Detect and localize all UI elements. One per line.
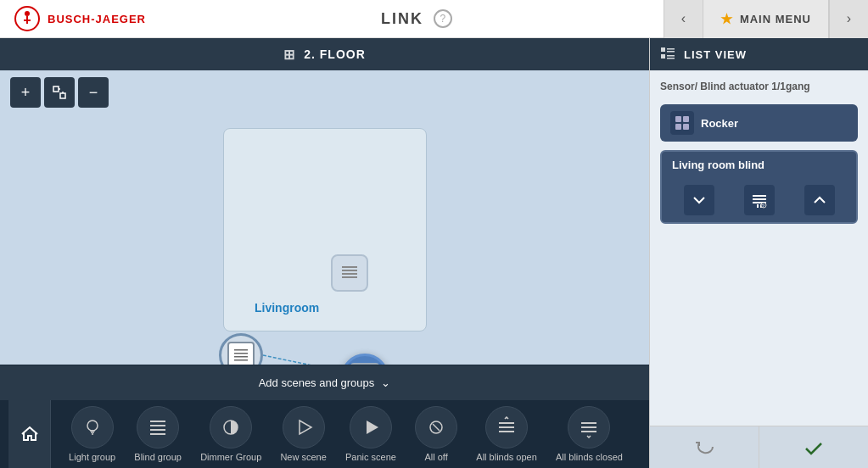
main-menu-label: MAIN MENU — [740, 13, 811, 25]
blind-group-node[interactable] — [219, 333, 263, 365]
svg-rect-16 — [234, 359, 248, 361]
list-view-icon — [660, 46, 675, 64]
svg-rect-4 — [53, 86, 59, 92]
blind-card-controls: ? — [662, 178, 856, 222]
blind-inner — [227, 342, 255, 365]
scene-item-light-group[interactable]: Light group — [69, 406, 115, 462]
svg-point-1 — [25, 11, 30, 16]
rocker-card-icon — [670, 111, 694, 135]
cancel-button[interactable] — [650, 426, 759, 468]
zoom-in-button[interactable]: + — [10, 77, 41, 108]
logo-text: BUSCH-JAEGER — [48, 13, 146, 25]
add-scenes-label: Add scenes and groups — [259, 376, 375, 389]
rocker-top-node[interactable] — [331, 254, 368, 292]
canvas-controls: + − — [0, 70, 649, 114]
svg-rect-45 — [675, 124, 681, 130]
floor-title: 2. FLOOR — [304, 47, 366, 61]
svg-rect-44 — [683, 116, 689, 122]
svg-rect-50 — [757, 204, 759, 208]
scene-item-all-off[interactable]: All off — [415, 406, 457, 462]
blind-group-label: Blind group — [134, 452, 182, 462]
svg-rect-39 — [667, 51, 675, 53]
floor-icon: ⊞ — [283, 47, 295, 63]
all-blinds-open-label: All blinds open — [476, 452, 537, 462]
logo-area: BUSCH-JAEGER — [0, 5, 170, 32]
svg-rect-24 — [150, 429, 165, 431]
dimmer-icon — [220, 416, 242, 438]
rocker-card-name: Rocker — [701, 117, 738, 130]
blinds-closed-svg-icon — [578, 416, 600, 438]
rocker-device-card[interactable]: Rocker — [660, 104, 858, 142]
add-scenes-bar: Add scenes and groups ⌄ — [0, 365, 649, 400]
svg-rect-38 — [667, 48, 675, 50]
list-icon — [660, 46, 675, 61]
add-scenes-button[interactable]: Add scenes and groups ⌄ — [259, 376, 391, 389]
svg-rect-32 — [499, 426, 514, 428]
list-view-label: LIST VIEW — [684, 48, 747, 61]
blind-up-button[interactable] — [804, 185, 835, 215]
floor-diagram — [223, 128, 427, 332]
home-button[interactable] — [8, 400, 51, 468]
blind-group-svg-icon — [147, 416, 169, 438]
dimmer-group-icon — [210, 406, 252, 448]
blind-group-icon — [137, 406, 179, 448]
scene-item-blind-group[interactable]: Blind group — [134, 406, 182, 462]
svg-rect-23 — [150, 425, 165, 426]
help-button[interactable]: ? — [434, 9, 452, 28]
lightbulb-icon — [81, 416, 104, 438]
right-panel: LIST VIEW Sensor/ Blind actuator 1/1gang… — [649, 38, 868, 468]
star-icon: ★ — [720, 11, 733, 27]
chevron-down-icon — [691, 192, 708, 209]
all-blinds-closed-label: All blinds closed — [556, 452, 623, 462]
new-scene-icon — [283, 406, 325, 448]
rocker-main-node[interactable] — [341, 354, 389, 365]
blind-device-card: Living room blind — [660, 150, 858, 224]
svg-rect-34 — [581, 422, 596, 424]
scene-item-dimmer-group[interactable]: Dimmer Group — [200, 406, 261, 462]
home-icon — [20, 424, 40, 444]
blind-down-button[interactable] — [684, 185, 714, 215]
svg-rect-31 — [499, 422, 514, 424]
all-off-label: All off — [424, 452, 447, 462]
rocker-card-svg-icon — [675, 115, 690, 131]
confirm-button[interactable] — [759, 426, 868, 468]
svg-rect-37 — [661, 47, 665, 52]
svg-rect-14 — [234, 353, 248, 354]
list-view-bar: LIST VIEW — [650, 38, 868, 70]
svg-point-21 — [87, 421, 98, 431]
all-blinds-open-icon — [485, 406, 528, 448]
sensor-label: Sensor/ Blind actuator 1/1gang — [660, 81, 858, 92]
blind-stop-button[interactable]: ? — [744, 185, 775, 215]
all-blinds-closed-icon — [568, 406, 610, 448]
svg-rect-15 — [234, 356, 248, 358]
chevron-up-icon — [811, 192, 828, 209]
blind-icon-top — [339, 263, 360, 283]
app-title: LINK — [381, 10, 423, 28]
undo-icon — [692, 436, 716, 460]
main-layout: ⊞ 2. FLOOR + − — [0, 38, 868, 468]
svg-rect-13 — [234, 349, 248, 351]
scene-item-new-scene[interactable]: New scene — [280, 406, 326, 462]
add-scenes-chevron: ⌄ — [381, 376, 390, 389]
svg-marker-27 — [300, 421, 311, 434]
zoom-out-button[interactable]: − — [78, 77, 109, 108]
main-menu-button[interactable]: ★ MAIN MENU — [703, 0, 829, 38]
scene-item-panic-scene[interactable]: Panic scene — [345, 406, 396, 462]
svg-rect-40 — [661, 54, 665, 58]
new-scene-label: New scene — [280, 452, 326, 462]
canvas-area: Livingroom — [0, 114, 649, 365]
nav-prev-button[interactable]: ‹ — [664, 0, 703, 38]
right-content: Sensor/ Blind actuator 1/1gang Rocker Li… — [650, 70, 868, 426]
svg-rect-48 — [753, 198, 766, 200]
blind-card-name: Living room blind — [672, 159, 764, 171]
rocker-main-inner — [350, 363, 379, 365]
blind-lines-icon — [232, 347, 249, 364]
scene-item-all-blinds-open[interactable]: All blinds open — [476, 406, 537, 462]
fit-button[interactable] — [44, 77, 75, 108]
blind-card-header: Living room blind — [662, 152, 856, 178]
nav-next-button[interactable]: › — [829, 0, 868, 38]
light-group-icon — [71, 406, 114, 448]
scene-item-all-blinds-closed[interactable]: All blinds closed — [556, 406, 623, 462]
svg-rect-5 — [60, 93, 65, 98]
panic-scene-icon — [350, 406, 392, 448]
